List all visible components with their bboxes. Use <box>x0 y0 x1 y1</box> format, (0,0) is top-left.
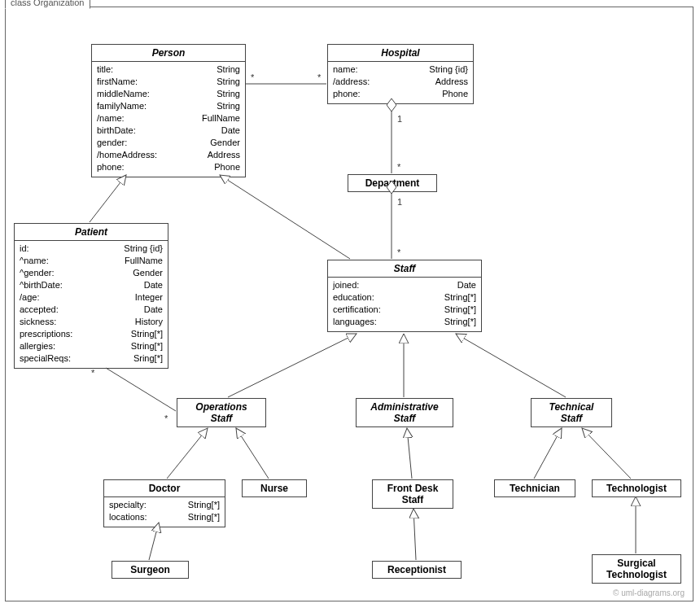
attr-row: specialty:String[*] <box>109 499 220 511</box>
attr-type: String[*] <box>436 291 476 304</box>
attr-row: /name:FullName <box>97 112 240 125</box>
attr-row: gender:Gender <box>97 137 240 149</box>
attr-type: String <box>208 76 240 88</box>
attr-name: specialty: <box>109 499 147 511</box>
class-attrs: name:String {id}/address:Addressphone:Ph… <box>328 62 473 103</box>
attr-name: /homeAddress: <box>97 149 157 161</box>
attr-name: /address: <box>333 76 370 88</box>
attr-row: joined:Date <box>333 279 476 291</box>
class-frontdesk-staff: Front Desk Staff <box>372 479 453 509</box>
attr-row: birthDate:Date <box>97 125 240 137</box>
class-person: Person title:StringfirstName:Stringmiddl… <box>91 44 246 177</box>
attr-name: phone: <box>333 88 361 100</box>
attr-type: Date <box>136 304 163 316</box>
class-administrative-staff: Administrative Staff <box>356 398 453 427</box>
attr-name: education: <box>333 291 374 304</box>
attr-name: title: <box>97 63 113 76</box>
class-attrs: specialty:String[*]locations:String[*] <box>104 497 225 527</box>
attr-name: ^birthDate: <box>20 279 63 291</box>
attr-type: String {id} <box>116 243 163 255</box>
attr-row: /address:Address <box>333 76 468 88</box>
class-staff: Staff joined:Dateeducation:String[*]cert… <box>327 260 482 332</box>
class-title: Front Desk Staff <box>373 480 453 508</box>
attr-name: middleName: <box>97 88 150 100</box>
attr-row: /homeAddress:Address <box>97 149 240 161</box>
class-operations-staff: Operations Staff <box>177 398 266 427</box>
attr-type: Integer <box>127 291 163 304</box>
attr-name: phone: <box>97 161 125 173</box>
attr-name: id: <box>20 243 29 255</box>
class-title: Staff <box>328 260 481 277</box>
attr-type: Sring[*] <box>125 352 163 365</box>
class-title: Surgeon <box>112 562 188 578</box>
attr-row: allergies:String[*] <box>20 340 163 352</box>
attr-row: accepted:Date <box>20 304 163 316</box>
attr-name: gender: <box>97 137 127 149</box>
attr-name: languages: <box>333 316 377 328</box>
attr-row: /age:Integer <box>20 291 163 304</box>
attr-type: String[*] <box>180 511 220 523</box>
attr-name: /age: <box>20 291 39 304</box>
frame-label: class Organization <box>5 0 90 9</box>
attr-row: ^gender:Gender <box>20 267 163 279</box>
attr-row: name:String {id} <box>333 63 468 76</box>
attr-type: FullName <box>194 112 240 125</box>
attr-type: History <box>127 316 163 328</box>
class-surgeon: Surgeon <box>112 561 189 579</box>
class-doctor: Doctor specialty:String[*]locations:Stri… <box>103 479 225 527</box>
attr-type: String <box>208 63 240 76</box>
class-title: Technician <box>495 480 575 496</box>
attr-name: sickness: <box>20 316 56 328</box>
package-frame: class Organization Person title:Stringfi… <box>5 7 693 601</box>
attr-row: ^name:FullName <box>20 255 163 267</box>
class-title: Technical Staff <box>532 399 611 426</box>
attr-type: String[*] <box>123 340 163 352</box>
attr-type: Date <box>136 279 163 291</box>
attr-row: familyName:String <box>97 100 240 112</box>
class-attrs: joined:Dateeducation:String[*]certificat… <box>328 278 481 331</box>
attr-name: ^name: <box>20 255 49 267</box>
attr-name: joined: <box>333 279 359 291</box>
watermark: © uml-diagrams.org <box>613 588 685 597</box>
attr-type: Date <box>449 279 476 291</box>
class-title: Nurse <box>243 480 306 496</box>
attr-type: Gender <box>202 137 240 149</box>
class-title: Surgical Technologist <box>593 555 680 583</box>
attr-row: specialReqs:Sring[*] <box>20 352 163 365</box>
class-title: Department <box>348 175 436 191</box>
class-title: Person <box>92 45 245 61</box>
attr-row: languages:String[*] <box>333 316 476 328</box>
class-technologist: Technologist <box>592 479 681 497</box>
attr-row: id:String {id} <box>20 243 163 255</box>
attr-type: Address <box>199 149 240 161</box>
class-attrs: title:StringfirstName:StringmiddleName:S… <box>92 62 245 177</box>
attr-row: phone:Phone <box>333 88 468 100</box>
class-hospital: Hospital name:String {id}/address:Addres… <box>327 44 474 104</box>
attr-type: Phone <box>434 88 468 100</box>
class-title: Doctor <box>104 480 225 496</box>
attr-name: allergies: <box>20 340 55 352</box>
class-title: Technologist <box>593 480 680 496</box>
class-technician: Technician <box>494 479 575 497</box>
attr-type: String[*] <box>436 304 476 316</box>
attr-row: certification:String[*] <box>333 304 476 316</box>
class-technical-staff: Technical Staff <box>531 398 612 427</box>
attr-name: certification: <box>333 304 381 316</box>
attr-name: familyName: <box>97 100 147 112</box>
class-patient: Patient id:String {id}^name:FullName^gen… <box>14 223 168 369</box>
class-nurse: Nurse <box>242 479 307 497</box>
class-attrs: id:String {id}^name:FullName^gender:Gend… <box>15 241 168 368</box>
attr-row: title:String <box>97 63 240 76</box>
attr-type: FullName <box>116 255 163 267</box>
attr-row: firstName:String <box>97 76 240 88</box>
attr-row: locations:String[*] <box>109 511 220 523</box>
attr-type: String[*] <box>436 316 476 328</box>
attr-type: String[*] <box>123 328 163 340</box>
attr-row: education:String[*] <box>333 291 476 304</box>
attr-name: locations: <box>109 511 147 523</box>
attr-type: Date <box>213 125 240 137</box>
attr-name: firstName: <box>97 76 138 88</box>
attr-row: sickness:History <box>20 316 163 328</box>
class-title: Operations Staff <box>177 399 265 426</box>
class-title: Administrative Staff <box>357 399 453 426</box>
